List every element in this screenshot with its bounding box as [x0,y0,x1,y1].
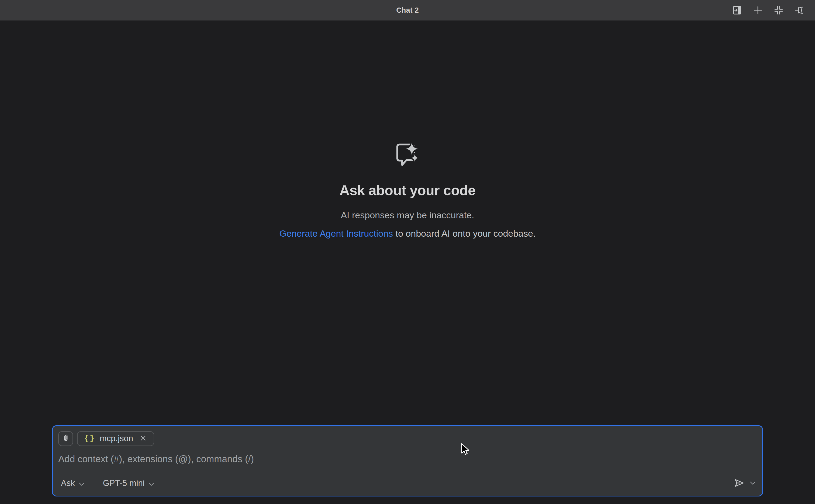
dock-right-icon [732,5,743,16]
topbar: Chat 2 [0,0,815,20]
empty-state-title: Ask about your code [340,182,476,198]
attachment-filename: mcp.json [100,434,133,443]
pin-button[interactable] [793,4,805,16]
attachments-row: {} mcp.json [58,431,756,446]
remove-attachment-button[interactable] [139,434,147,443]
attach-file-button[interactable] [58,431,73,446]
empty-state: Ask about your code AI responses may be … [0,141,815,239]
chat-input[interactable] [58,454,489,464]
chat-sparkle-icon [394,141,421,169]
chevron-down-icon [149,478,154,488]
generate-agent-instructions-link[interactable]: Generate Agent Instructions [279,228,393,239]
onboarding-suffix-text: to onboard AI onto your codebase. [393,228,536,239]
new-chat-plus-icon [752,5,763,16]
chevron-down-icon [79,478,85,488]
chat-composer[interactable]: {} mcp.json Ask GPT-5 mini [52,425,763,496]
model-dropdown[interactable]: GPT-5 mini [100,478,157,488]
pin-icon [794,5,805,16]
send-plane-icon [733,477,745,489]
attachment-chip[interactable]: {} mcp.json [77,431,154,446]
send-button[interactable] [733,477,756,489]
paperclip-icon [61,434,70,444]
topbar-actions [731,0,805,20]
dock-right-button[interactable] [731,4,743,16]
json-braces-icon: {} [84,434,95,443]
send-options-chevron-icon [750,481,756,486]
mode-dropdown-label: Ask [61,478,75,488]
collapse-button[interactable] [773,4,785,16]
new-chat-button[interactable] [752,4,764,16]
close-icon [139,434,147,443]
controls-row: Ask GPT-5 mini [58,476,756,491]
mode-dropdown[interactable]: Ask [58,478,87,488]
onboarding-line: Generate Agent Instructions to onboard A… [279,227,536,239]
chat-tab-title: Chat 2 [396,6,419,15]
model-dropdown-label: GPT-5 mini [103,478,145,488]
ai-disclaimer-text: AI responses may be inaccurate. [341,209,474,221]
input-row [58,453,756,465]
collapse-icon [773,5,784,16]
